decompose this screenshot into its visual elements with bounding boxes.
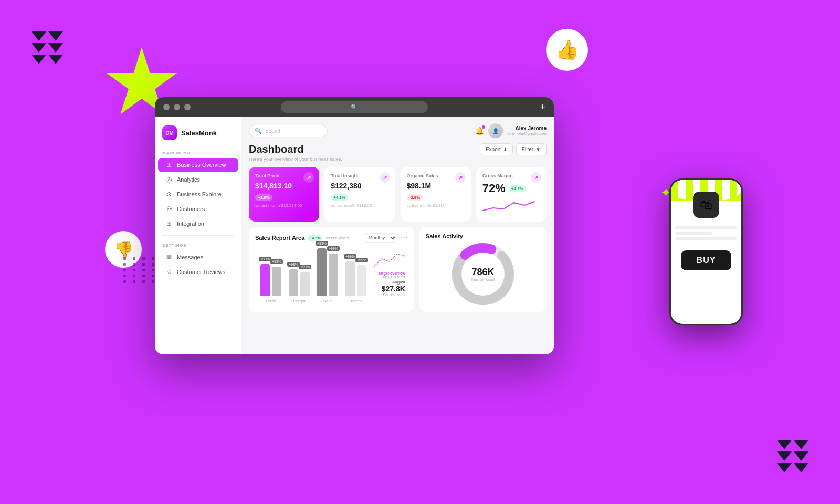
period-select[interactable]: Monthly [363, 233, 397, 243]
reviews-icon: ☆ [165, 268, 173, 276]
page-title-area: Dashboard Here's your overview of your b… [249, 143, 342, 162]
filter-button[interactable]: Filter ▼ [516, 143, 547, 155]
profit-bar-label: Profit [266, 299, 276, 303]
insight-bar-group: +99% +99% Insight [289, 269, 310, 303]
target-bar-1: +99% [345, 261, 355, 296]
export-label: Export [486, 146, 501, 152]
sidebar-item-customers[interactable]: ⚇ Customers [158, 202, 238, 216]
sales-activity-header: Sales Activity [426, 233, 540, 239]
chevron-icon [32, 32, 46, 41]
target-bar-label: Target [350, 299, 362, 303]
browser-address-bar[interactable]: 🔍 [281, 101, 428, 113]
insight-bar-1: +99% [289, 269, 298, 296]
total-profit-label: Total Profit ↗ [255, 173, 313, 178]
gross-margin-label: Gross Margin ↗ [482, 173, 540, 178]
total-insight-sublabel: vs last month $119.53 [331, 203, 388, 208]
chart-more-menu[interactable]: ⋯ [401, 234, 408, 242]
total-insight-label: Total Insight ↗ [331, 173, 388, 178]
sidebar-item-business-overview[interactable]: ⊞ Business Overview [158, 158, 238, 172]
bar-label: +99% [270, 259, 283, 264]
total-profit-value: $14,813.10 [255, 182, 313, 190]
analytics-icon: ◎ [165, 176, 173, 183]
chevron-icon [777, 463, 792, 472]
phone-line-1 [675, 226, 737, 229]
chevron-icon [32, 43, 46, 52]
sidebar-item-business-explore[interactable]: ⊙ Business Explore [158, 187, 238, 202]
page-subtitle: Here's your overview of your business sa… [249, 156, 342, 162]
target-overflow-legend: Target overflow by $379 profit August $2… [374, 248, 405, 297]
sidebar-item-messages[interactable]: ✉ Messages [158, 250, 238, 265]
phone-screen: 🛍 BUY [671, 180, 741, 324]
bar-label: +99% [327, 246, 340, 251]
sidebar-item-analytics[interactable]: ◎ Analytics [158, 172, 238, 187]
target-legend-title: Target overflow [374, 271, 405, 275]
search-box[interactable]: 🔍 Search [249, 125, 328, 137]
phone-mockup: 🛍 BUY [669, 178, 743, 326]
business-overview-icon: ⊞ [165, 161, 173, 169]
target-line-chart [374, 248, 405, 269]
donut-number: 786K [471, 267, 495, 278]
sales-report-card: Sales Report Area +4.2% vs last years Mo… [249, 227, 414, 312]
sales-report-subtitle: vs last years [326, 236, 349, 240]
sidebar-item-integration[interactable]: ⊞ Integration [158, 216, 238, 231]
sales-report-header: Sales Report Area +4.2% vs last years Mo… [255, 233, 408, 243]
sale-bar-label: Sale [323, 299, 332, 303]
sidebar-item-label: Business Explore [177, 191, 222, 197]
insight-bar-2: +99% [300, 272, 310, 296]
gross-corner-icon: ↗ [531, 172, 541, 183]
phone-line-3 [675, 237, 737, 240]
target-legend-sub: by $379 profit [374, 275, 405, 279]
phone-buy-button[interactable]: BUY [681, 250, 732, 270]
chevron-icon [794, 463, 808, 472]
stat-card-total-insight: Total Insight ↗ $122,380 +4.2% vs last m… [324, 167, 395, 222]
explore-icon: ⊙ [165, 191, 173, 198]
stat-card-total-profit: Total Profit ↗ $14,813.10 +3.9% vs last … [249, 167, 319, 222]
donut-sublabel: Total sell count [471, 278, 495, 281]
total-insight-badge: +4.2% [331, 194, 348, 201]
sidebar-divider [162, 235, 234, 236]
profit-bar-2: +99% [272, 267, 281, 296]
chevron-icon [794, 440, 808, 449]
sales-report-controls: Monthly ⋯ [363, 233, 408, 243]
sidebar-item-label: Customers [177, 206, 205, 212]
bar-label: +99% [355, 258, 368, 262]
sidebar: DM SalesMonk MAIN MENU ⊞ Business Overvi… [155, 117, 242, 354]
messages-icon: ✉ [165, 254, 173, 261]
logo-text: SalesMonk [181, 129, 217, 137]
total-insight-value: $122,380 [331, 182, 388, 190]
sale-bar-group: +99% +99% Sale [317, 248, 338, 303]
chevron-icon [48, 32, 63, 41]
sidebar-item-label: Customer Reviews [177, 269, 225, 275]
main-menu-label: MAIN MENU [155, 148, 242, 158]
chevron-icon [777, 440, 792, 449]
shop-icon: 🛍 [693, 192, 719, 218]
filter-label: Filter [522, 146, 533, 152]
user-email: example@gmail.com [507, 131, 547, 136]
bar-label: +99% [316, 241, 328, 246]
sales-activity-title: Sales Activity [426, 233, 463, 239]
user-info: Alex Jerome example@gmail.com [507, 125, 547, 136]
sidebar-item-customer-reviews[interactable]: ☆ Customer Reviews [158, 265, 238, 279]
insight-bar-label: Insight [293, 299, 306, 303]
sale-bar-2: +99% [329, 254, 338, 296]
notification-bell[interactable]: 🔔 [475, 127, 484, 135]
traffic-light-maximize[interactable] [184, 104, 191, 110]
user-avatar[interactable]: 👤 [488, 123, 503, 138]
header-actions: Export ⬇ Filter ▼ [480, 143, 547, 155]
august-value: $27.8K [374, 285, 405, 293]
chevron-icon [32, 55, 46, 64]
filter-icon: ▼ [536, 146, 541, 152]
traffic-light-minimize[interactable] [174, 104, 180, 110]
browser-new-tab-button[interactable]: + [540, 102, 545, 113]
page-title: Dashboard [249, 143, 342, 155]
phone-product-lines [671, 222, 741, 246]
phone-awning: 🛍 [671, 180, 741, 222]
page-header: Dashboard Here's your overview of your b… [249, 143, 547, 162]
stat-card-gross-margin: Gross Margin ↗ 72% +4.2% [476, 167, 547, 222]
export-button[interactable]: Export ⬇ [480, 143, 513, 155]
thumbs-up-icon: 👍 [546, 29, 588, 71]
traffic-light-close[interactable] [163, 104, 170, 110]
gross-margin-value: 72% [482, 182, 506, 195]
spark-line-chart [482, 197, 535, 213]
august-label: August [374, 280, 405, 285]
